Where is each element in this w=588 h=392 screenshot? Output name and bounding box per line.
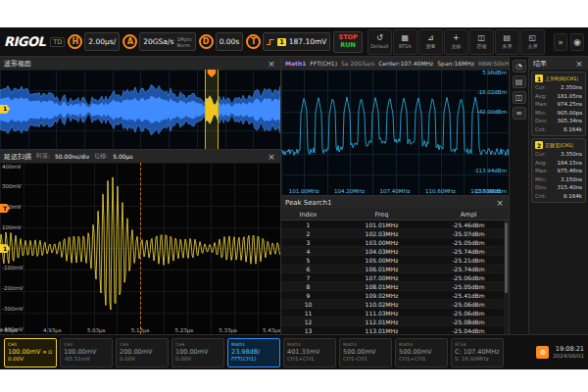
measurement-stat: Dev:315.40ns	[535, 183, 582, 192]
scrollbar-thumb[interactable]	[505, 222, 508, 293]
rtsa-button[interactable]: ▦RTSA	[393, 29, 417, 55]
column-header: Index	[281, 211, 335, 219]
channel-box-math3[interactable]: Math3500.00mVCH1-CH1	[339, 338, 392, 368]
measurement-stat: Cnt:8.164k	[535, 125, 582, 134]
results-sidebar: 结果 × 1上升时间(CH1)Cur:2.350nsAvg:181.05nsMa…	[529, 57, 588, 334]
channel-box-math4[interactable]: Math4500.00mVCH1+CH1	[395, 338, 448, 368]
trigger-value[interactable]: 1 187.10mV	[263, 32, 330, 51]
channel-box-math2[interactable]: Math2401.33mVCH1+CH1	[283, 338, 336, 368]
peak-table: IndexFreqAmpl 1101.01MHz-25.46dBm2102.03…	[281, 209, 509, 334]
table-row[interactable]: 2102.03MHz-35.07dBm	[281, 229, 509, 238]
table-row[interactable]: 9109.02MHz-25.41dBm	[281, 291, 509, 300]
multi-window-button[interactable]: ▤多屏	[495, 29, 519, 55]
measurement-index-badge: 1	[535, 74, 543, 82]
table-row[interactable]: 11111.03MHz-25.06dBm	[281, 309, 509, 318]
channel-box-ch3[interactable]: CH3200.00mV0.00V	[116, 338, 169, 368]
collapse-icon[interactable]: »	[554, 33, 567, 51]
table-row[interactable]: 4104.03MHz-25.74dBm	[281, 247, 509, 256]
measurement-stat: Cur:3.350ns	[535, 150, 582, 159]
date: 2024/08/01	[553, 353, 584, 360]
waveform-view-panel: 波形视图 × 1	[0, 57, 280, 150]
scrollbar[interactable]	[504, 220, 509, 334]
timebase-value[interactable]: 2.00μs/	[84, 32, 120, 51]
close-icon[interactable]: ×	[574, 59, 584, 69]
default-button-icon: ↺	[376, 34, 383, 43]
zoom-display[interactable]: 400mV300mV200mV100mV0V-100mV-200mV-300mV…	[0, 163, 280, 334]
horizontal-knob[interactable]: H	[68, 34, 82, 49]
column-header: Freq	[335, 211, 428, 219]
measurement-stat: Cur:2.350ns	[535, 83, 582, 92]
table-row[interactable]: 8108.01MHz-25.05dBm	[281, 282, 509, 291]
channel-waveform	[0, 70, 280, 149]
clock-icon[interactable]: ◔	[513, 60, 526, 73]
fullscreen-button-icon: ◱	[529, 34, 537, 43]
close-icon[interactable]: ×	[267, 152, 276, 162]
storage-button[interactable]: ◫存储	[469, 29, 494, 55]
table-row[interactable]: 10110.02MHz-25.06dBm	[281, 300, 509, 309]
table-header: IndexFreqAmpl	[281, 209, 509, 220]
screen: RIGOL TD H 2.00μs/ A 20GSa/s 1Mpts Norm …	[0, 0, 588, 392]
waveform-display[interactable]: 1	[0, 70, 280, 149]
measurement-stat: Cnt:8.164k	[535, 192, 582, 201]
fft-display[interactable]: 5.96dBm-18.02dBm-42.00dBm-113.94dBm-137.…	[281, 70, 509, 195]
trigger-source-chip: 1	[277, 38, 286, 46]
measurement-card[interactable]: 2正脉宽(CH1)Cur:3.350nsAvg:184.15nsMax:975.…	[531, 138, 586, 203]
delay-value[interactable]: 0.00s	[216, 32, 244, 51]
measurement-stat: Min:905.00ps	[535, 109, 582, 118]
table-row[interactable]: 6106.01MHz-25.74dBm	[281, 265, 509, 273]
list-icon[interactable]: ▤	[513, 75, 526, 88]
table-row[interactable]: 13113.01MHz-25.04dBm	[281, 326, 509, 334]
channel-box-ch1[interactable]: CH1100.00mV≡ Ω0.00V	[4, 338, 57, 368]
run-stop-button[interactable]: STOP RUN	[333, 31, 362, 53]
rigol-logo: RIGOL	[4, 34, 45, 49]
peak-table-title: Peak Search1	[285, 199, 331, 207]
default-button[interactable]: ↺Default	[368, 29, 392, 55]
channel-box-rtsa[interactable]: RTSAC: 107.40MHzS: 16.00MHz	[451, 338, 504, 368]
cursor-button-icon: +	[453, 34, 460, 43]
window-icon[interactable]: ◫	[513, 91, 526, 104]
close-icon[interactable]: ×	[495, 198, 505, 208]
waveview-title: 波形视图	[4, 59, 31, 69]
channel-box-math1[interactable]: Math123.98dB/FFT(CH1)	[227, 338, 280, 368]
channel-box-ch2[interactable]: CH2100.00mV-65.51mV	[60, 338, 113, 368]
measurement-stat: Max:974.25ns	[535, 100, 582, 109]
table-row[interactable]: 1101.01MHz-25.46dBm	[281, 220, 509, 229]
table-row[interactable]: 7107.00MHz-25.06dBm	[281, 273, 509, 282]
fft-title-part: FFT(CH1)	[310, 60, 337, 67]
delay-knob[interactable]: D	[199, 34, 214, 49]
offset-label: 位移:	[94, 152, 108, 161]
side-icon-strip: ◔▤◫≡	[510, 57, 529, 334]
menu-icon[interactable]: ≡	[513, 107, 526, 120]
system-status-icon[interactable]: ⊚	[536, 346, 549, 359]
cursor-button[interactable]: +光标	[444, 29, 468, 55]
acquire-knob[interactable]: A	[122, 34, 137, 49]
measurement-stat: Min:3.150ns	[535, 175, 582, 184]
measure-button-icon: ⊿	[427, 34, 434, 43]
measure-button[interactable]: ⊿测量	[418, 29, 443, 55]
fullscreen-button[interactable]: ◱全屏	[520, 29, 545, 55]
zoom-window-region[interactable]	[205, 70, 219, 149]
fft-title-part: Sa 20GSa/s	[341, 60, 374, 67]
fft-title-part: Span:16MHz	[437, 60, 474, 67]
measurement-stat: Dev:305.34ns	[535, 117, 582, 125]
table-row[interactable]: 5105.00MHz-25.21dBm	[281, 256, 509, 265]
delayed-sweep-panel: 延迟扫描 时基: 50.00ns/div 位移: 5.00μs × 400mV3…	[0, 150, 280, 334]
measurement-card[interactable]: 1上升时间(CH1)Cur:2.350nsAvg:181.05nsMax:974…	[531, 72, 586, 136]
trigger-mode-badge: TD	[50, 37, 65, 47]
measurement-stat: Avg:184.15ns	[535, 159, 582, 168]
zoomview-title: 延迟扫描	[4, 152, 31, 162]
measurement-stat: Max:975.46ns	[535, 167, 582, 175]
rtsa-button-icon: ▦	[402, 34, 410, 43]
channel-box-ch4[interactable]: CH4100.00mV0.00V	[172, 338, 224, 368]
power-icon[interactable]: ◉	[570, 33, 584, 51]
trigger-knob[interactable]: T	[246, 34, 261, 49]
timebase-label: 时基:	[36, 152, 50, 161]
trigger-group: T 1 187.10mV	[246, 32, 330, 51]
close-icon[interactable]: ×	[267, 59, 276, 69]
table-row[interactable]: 3103.00MHz-25.05dBm	[281, 238, 509, 247]
fft-trace	[281, 70, 509, 195]
fft-title-part: Center:107.40MHz	[378, 60, 433, 67]
table-row[interactable]: 12112.01MHz-25.08dBm	[281, 318, 509, 326]
measurement-name: 正脉宽(CH1)	[545, 142, 573, 148]
sample-rate-value[interactable]: 20GSa/s 1Mpts Norm	[139, 32, 195, 51]
